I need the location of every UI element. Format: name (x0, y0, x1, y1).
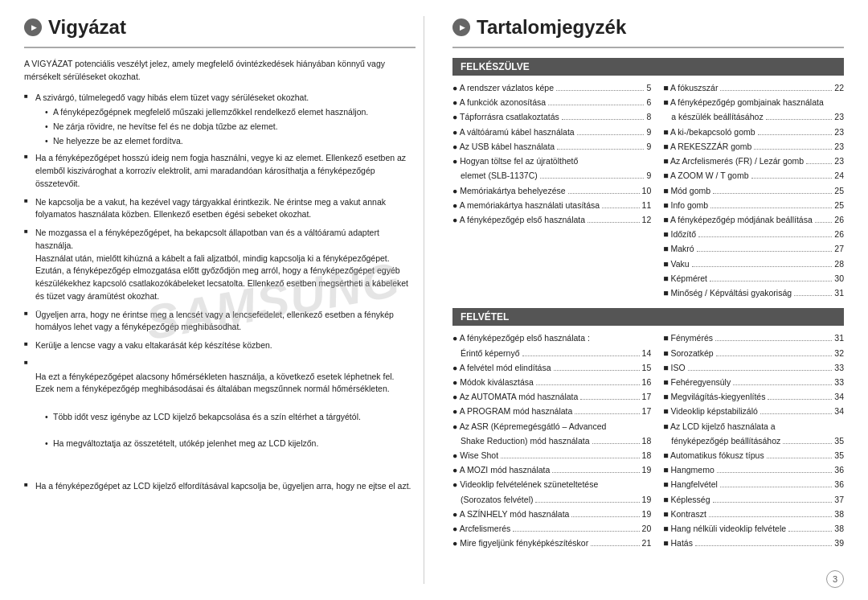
toc-e-fr12: ■ Vaku28 (663, 258, 844, 270)
toc-e-vr4: ■ Fehéregyensúly33 (663, 376, 844, 388)
warning-item-8: Ha a fényképezőgépet az LCD kijelző elfo… (24, 480, 416, 493)
warning-item-7: Ha ezt a fényképezőgépet alacsony hőmérs… (24, 358, 416, 475)
toc-e-fr3: ■ A ki-/bekapcsoló gomb23 (663, 126, 844, 138)
sub-item-1-3: Ne helyezze be az elemet fordítva. (43, 135, 416, 147)
toc-e-v9b: (Sorozatos felvétel)19 (452, 494, 651, 506)
toc-felkeszulve-right: ■ A fókuszszár22 ■ A fényképezőgép gombj… (663, 82, 844, 302)
toc-e-v12: ● Mire figyeljünk fényképkészítéskor21 (452, 537, 651, 549)
toc-e-v2: ● A felvétel mód elindítása15 (452, 362, 651, 374)
toc-e-vr7b: fényképezőgép beállításához35 (663, 435, 844, 447)
toc-e-vr2: ■ Sorozatkép32 (663, 347, 844, 360)
toc-e-fr7: ■ Mód gomb25 (663, 185, 844, 197)
toc-e-v7: ● Wise Shot18 (452, 450, 651, 462)
toc-felvetel-left: ● A fényképezőgép első használata : Érin… (452, 332, 651, 552)
toc-e-f1: ● A rendszer vázlatos képe5 (452, 82, 651, 94)
toc-e-f8: ● A memóriakártya használati utasítása11 (452, 199, 651, 212)
toc-e-v1: ● A fényképezőgép első használata : (452, 332, 651, 344)
toc-e-v9: ● Videoklip felvételének szüneteltetése (452, 479, 651, 491)
toc-title-row: Tartalomjegyzék (452, 16, 844, 39)
toc-e-v11: ● Arcfelismerés20 (452, 523, 651, 535)
toc-e-vr3: ■ ISO33 (663, 362, 844, 374)
toc-e-fr2b: a készülék beállításához23 (663, 111, 844, 123)
sub-item-7-2: Ha megváltoztatja az összetételt, utókép… (43, 438, 416, 450)
toc-felvetel-content: ● A fényképezőgép első használata : Érin… (452, 332, 844, 552)
toc-section-felkeszulve: FELKÉSZÜLVE (452, 58, 844, 76)
toc-e-v4: ● Az AUTOMATA mód használata17 (452, 391, 651, 403)
toc-e-vr8: ■ Automatikus fókusz típus35 (663, 450, 844, 462)
warning-intro: A VIGYÁZAT potenciális veszélyt jelez, a… (24, 58, 416, 84)
toc-e-vr7: ■ Az LCD kijelző használata a (663, 421, 844, 433)
toc-e-f5: ● Az USB kábel használata9 (452, 141, 651, 153)
toc-felvetel-right: ■ Fénymérés31 ■ Sorozatkép32 ■ ISO33 ■ F… (663, 332, 844, 552)
toc-e-fr13: ■ Képméret30 (663, 273, 844, 285)
page-number: 3 (826, 570, 844, 588)
warning-item-4: Ne mozgassa el a fényképezőgépet, ha bek… (24, 227, 416, 303)
toc-e-vr13: ■ Hang nélküli videoklip felvétele38 (663, 523, 844, 535)
toc-e-v3: ● Módok kiválasztása16 (452, 376, 651, 388)
toc-felkeszulve-content: ● A rendszer vázlatos képe5 ● A funkciók… (452, 82, 844, 302)
toc-e-vr6: ■ Videoklip képstabilizáló34 (663, 405, 844, 417)
toc-e-vr1: ■ Fénymérés31 (663, 332, 844, 344)
right-column: Tartalomjegyzék FELKÉSZÜLVE ● A rendszer… (448, 16, 844, 584)
toc-e-vr10: ■ Hangfelvétel36 (663, 479, 844, 491)
toc-e-fr6: ■ A ZOOM W / T gomb24 (663, 170, 844, 182)
toc-e-fr5: ■ Az Arcfelismerés (FR) / Lezár gomb23 (663, 155, 844, 167)
warning-item-6: Kerülje a lencse vagy a vaku eltakarását… (24, 339, 416, 352)
vigyazat-heading: Vigyázat (48, 16, 126, 39)
toc-e-v6: ● Az ASR (Képremegésgátló – Advanced (452, 421, 651, 433)
toc-e-v8: ● A MOZI mód használata19 (452, 464, 651, 476)
sub-item-1-2: Ne zárja rövidre, ne hevítse fel és ne d… (43, 121, 416, 133)
toc-e-v6b: Shake Reduction) mód használata18 (452, 435, 651, 447)
toc-felkeszulve-left: ● A rendszer vázlatos képe5 ● A funkciók… (452, 82, 651, 302)
toc-e-fr2: ■ A fényképezőgép gombjainak használata (663, 97, 844, 109)
toc-e-f6b: elemet (SLB-1137C)9 (452, 170, 651, 182)
sub-item-1-1: A fényképezőgépnek megfelelő műszaki jel… (43, 106, 416, 118)
toc-e-fr9: ■ A fényképezőgép módjának beállítása26 (663, 214, 844, 226)
warning-item-3: Ne kapcsolja be a vakut, ha kezével vagy… (24, 196, 416, 222)
vigyazat-arrow-icon (24, 18, 42, 36)
toc-e-f3: ● Tápforrásra csatlakoztatás8 (452, 111, 651, 123)
vigyazat-title-row: Vigyázat (24, 16, 416, 39)
toc-e-vr9: ■ Hangmemo36 (663, 464, 844, 476)
toc-e-vr14: ■ Hatás39 (663, 537, 844, 549)
toc-e-f6: ● Hogyan töltse fel az újratölthető (452, 155, 651, 167)
toc-e-v1b: Érintő képernyő14 (452, 347, 651, 360)
toc-e-v5: ● A PROGRAM mód használata17 (452, 405, 651, 417)
toc-e-f7: ● Memóriakártya behelyezése10 (452, 185, 651, 197)
toc-arrow-icon (452, 18, 470, 36)
warning-list: A szivárgó, túlmelegedő vagy hibás elem … (24, 92, 416, 494)
warning-item-2: Ha a fényképezőgépet hosszú ideig nem fo… (24, 152, 416, 190)
toc-e-f2: ● A funkciók azonosítása6 (452, 97, 651, 109)
toc-e-fr11: ■ Makró27 (663, 243, 844, 255)
toc-e-fr14: ■ Minőség / Képváltási gyakoriság31 (663, 287, 844, 299)
toc-e-fr1: ■ A fókuszszár22 (663, 82, 844, 94)
toc-e-v10: ● A SZÍNHELY mód használata19 (452, 508, 651, 520)
warning-item-1: A szivárgó, túlmelegedő vagy hibás elem … (24, 92, 416, 147)
toc-e-fr10: ■ Időzítő26 (663, 228, 844, 240)
toc-heading: Tartalomjegyzék (477, 16, 626, 39)
sub-item-7-1: Több időt vesz igénybe az LCD kijelző be… (43, 411, 416, 423)
toc-e-vr11: ■ Képlesség37 (663, 494, 844, 506)
toc-e-f4: ● A váltóáramú kábel használata9 (452, 126, 651, 138)
left-column: Vigyázat A VIGYÁZAT potenciális veszélyt… (24, 16, 424, 584)
toc-e-f9: ● A fényképezőgép első használata12 (452, 214, 651, 226)
toc-section-felvetel: FELVÉTEL (452, 308, 844, 326)
toc-e-vr12: ■ Kontraszt38 (663, 508, 844, 520)
toc-e-fr8: ■ Info gomb25 (663, 199, 844, 212)
toc-e-vr5: ■ Megvilágítás-kiegyenlítés34 (663, 391, 844, 403)
toc-e-fr4: ■ A REKESZZÁR gomb23 (663, 141, 844, 153)
warning-item-5: Ügyeljen arra, hogy ne érintse meg a len… (24, 309, 416, 335)
